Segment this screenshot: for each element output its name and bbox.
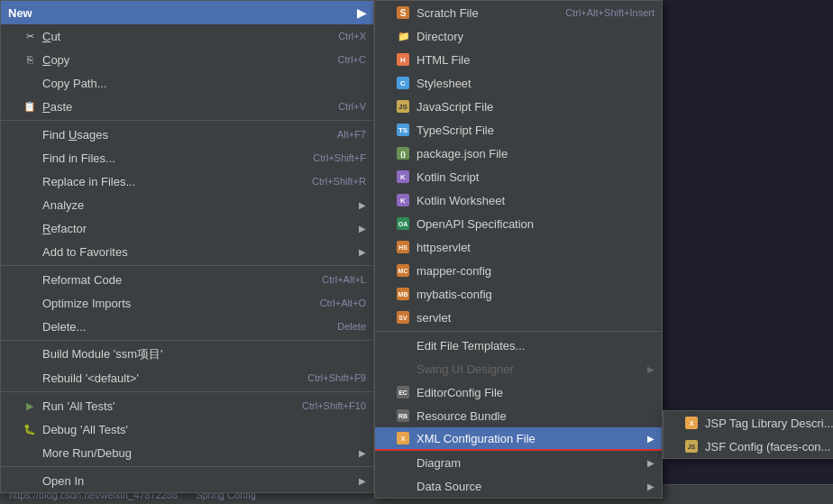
menu-item-find-usages[interactable]: Find Usages Alt+F7 [1,123,373,146]
package-json-label: package.json File [416,147,508,160]
menu-item-build-module[interactable]: Build Module 'ssm项目' [1,343,373,366]
menu-item-replace-in-files[interactable]: Replace in Files... Ctrl+Shift+R [1,170,373,193]
menu-item-paste[interactable]: 📋 Paste Ctrl+V [1,95,373,118]
copy-path-icon [23,76,37,90]
swing-ui-designer-icon [397,362,411,376]
menu-item-more-run-debug[interactable]: More Run/Debug ▶ [1,441,373,464]
editor-config-icon: EC [397,385,411,399]
submenu-item-data-source[interactable]: Data Source ▶ [375,474,662,498]
data-source-icon [397,479,411,493]
submenu-item-mybatis-config[interactable]: MB mybatis-config [375,282,662,306]
open-in-label: Open In [42,474,84,488]
delete-icon [23,319,37,334]
reformat-icon [23,272,37,287]
kotlin-script-icon: K [397,170,411,184]
context-menu: New ▶ ✂ Cut Ctrl+X ⎘ Copy Ctrl+C Copy Pa… [0,0,374,493]
submenu-new: S Scratch File Ctrl+Alt+Shift+Insert 📁 D… [374,0,663,499]
submenu-item-html-file[interactable]: H HTML File [375,48,662,71]
diagram-arrow: ▶ [647,458,654,468]
find-usages-icon [23,127,37,142]
mybatis-config-label: mybatis-config [416,288,492,301]
submenu-divider-1 [375,331,662,332]
optimize-shortcut: Ctrl+Alt+O [320,298,366,308]
stylesheet-icon: C [397,76,411,90]
submenu-item-resource-bundle[interactable]: RB Resource Bundle [375,404,662,427]
submenu-item-diagram[interactable]: Diagram ▶ [375,451,662,474]
optimize-label: Optimize Imports [42,297,131,310]
scratch-file-icon: S [397,5,411,20]
kotlin-worksheet-label: Kotlin Worksheet [416,194,505,207]
menu-item-open-in[interactable]: Open In ▶ [1,469,373,492]
menu-item-debug-all-tests[interactable]: 🐛 Debug 'All Tests' [1,417,373,441]
submenu-item-servlet[interactable]: SV servlet [375,306,662,329]
diagram-icon [397,455,411,470]
run-all-tests-shortcut: Ctrl+Shift+F10 [302,400,366,411]
cut-icon: ✂ [23,29,37,43]
menu-item-add-to-favorites[interactable]: Add to Favorites ▶ [1,240,373,263]
submenu-item-package-json[interactable]: {} package.json File [375,142,662,165]
more-run-debug-icon [23,445,37,460]
jsp-tag-icon: X [685,416,700,430]
replace-in-files-label: Replace in Files... [42,175,135,188]
submenu-item-editor-config[interactable]: EC EditorConfig File [375,380,662,404]
submenu-item-directory[interactable]: 📁 Directory [375,24,662,48]
submenu-xml-item-jsf-config[interactable]: JS JSF Config (faces-con... [664,435,833,458]
rebuild-label: Rebuild '<default>' [42,371,139,385]
submenu-item-xml-configuration-file[interactable]: X XML Configuration File ▶ [375,427,662,451]
divider-1 [1,120,373,121]
menu-item-refactor[interactable]: Refactor ▶ [1,216,373,240]
divider-2 [1,265,373,266]
diagram-label: Diagram [416,456,461,470]
menu-header-new[interactable]: New ▶ [1,1,373,24]
analyze-label: Analyze [42,198,84,212]
submenu-item-javascript-file[interactable]: JS JavaScript File [375,95,662,118]
submenu-xml-item-jsp-tag[interactable]: X JSP Tag Library Descri... [664,411,833,435]
menu-item-run-all-tests[interactable]: ▶ Run 'All Tests' Ctrl+Shift+F10 [1,394,373,417]
menu-item-analyze[interactable]: Analyze ▶ [1,193,373,216]
submenu-item-httpservlet[interactable]: HS httpservlet [375,235,662,259]
paste-shortcut: Ctrl+V [338,101,366,112]
divider-5 [1,466,373,467]
menu-item-find-in-files[interactable]: Find in Files... Ctrl+Shift+F [1,146,373,170]
submenu-item-swing-ui-designer[interactable]: Swing UI Designer ▶ [375,357,662,380]
menu-item-copy[interactable]: ⎘ Copy Ctrl+C [1,48,373,71]
submenu-item-kotlin-worksheet[interactable]: K Kotlin Worksheet [375,188,662,212]
submenu-item-scratch-file[interactable]: S Scratch File Ctrl+Alt+Shift+Insert [375,1,662,24]
jsp-tag-label: JSP Tag Library Descri... [705,417,833,430]
add-to-favorites-icon [23,244,37,259]
submenu-item-stylesheet[interactable]: C Stylesheet [375,71,662,95]
submenu-item-mapper-config[interactable]: MC mapper-config [375,259,662,282]
swing-ui-designer-label: Swing UI Designer [416,362,514,376]
scratch-file-label: Scratch File [416,6,479,20]
html-file-label: HTML File [416,53,470,67]
refactor-arrow: ▶ [359,224,366,234]
more-run-debug-arrow: ▶ [359,448,366,458]
menu-item-optimize-imports[interactable]: Optimize Imports Ctrl+Alt+O [1,291,373,315]
submenu-item-typescript-file[interactable]: TS TypeScript File [375,118,662,142]
submenu-item-edit-file-templates[interactable]: Edit File Templates... [375,334,662,357]
resource-bundle-label: Resource Bundle [416,409,507,423]
submenu-item-kotlin-script[interactable]: K Kotlin Script [375,165,662,188]
kotlin-worksheet-icon: K [397,193,411,207]
menu-item-copy-path[interactable]: Copy Path... [1,71,373,95]
build-module-icon [23,347,37,362]
menu-item-reformat-code[interactable]: Reformat Code Ctrl+Alt+L [1,268,373,291]
menu-item-delete[interactable]: Delete... Delete [1,315,373,338]
servlet-icon: SV [397,310,411,325]
analyze-icon [23,197,37,212]
replace-in-files-icon [23,174,37,188]
mybatis-config-icon: MB [397,287,411,301]
package-json-icon: {} [397,146,411,160]
more-run-debug-label: More Run/Debug [42,446,132,460]
cut-shortcut: Ctrl+X [338,31,366,41]
javascript-label: JavaScript File [416,100,493,114]
kotlin-script-label: Kotlin Script [416,170,479,184]
menu-item-cut[interactable]: ✂ Cut Ctrl+X [1,24,373,48]
paste-label: Paste [42,100,72,114]
typescript-label: TypeScript File [416,124,494,137]
directory-label: Directory [416,30,463,43]
replace-in-files-shortcut: Ctrl+Shift+R [312,176,366,187]
menu-item-rebuild[interactable]: Rebuild '<default>' Ctrl+Shift+F9 [1,366,373,389]
submenu-item-openapi[interactable]: OA OpenAPI Specification [375,212,662,235]
httpservlet-label: httpservlet [416,241,471,254]
